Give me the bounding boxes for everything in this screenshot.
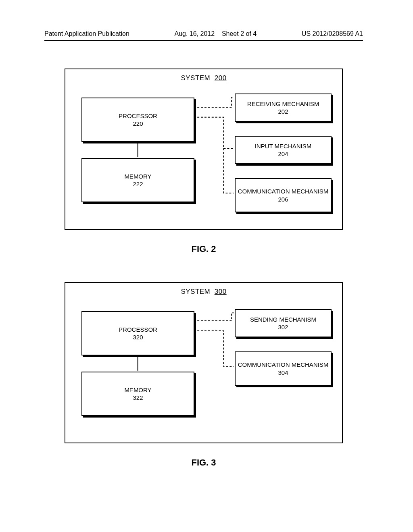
input-mechanism-204: INPUT MECHANISM 204: [235, 136, 332, 164]
header-sheet: Sheet 2 of 4: [222, 30, 257, 37]
memory-num: 322: [133, 394, 143, 402]
header-right: US 2012/0208569 A1: [302, 30, 363, 37]
recv-num: 202: [278, 108, 288, 116]
comm-num: 304: [278, 369, 288, 377]
communication-mechanism-304: COMMUNICATION MECHANISM 304: [235, 351, 332, 386]
header-mid: Aug. 16, 2012 Sheet 2 of 4: [174, 30, 257, 37]
system-num: 200: [215, 74, 227, 82]
comm-num: 206: [278, 195, 288, 204]
processor-num: 220: [133, 120, 143, 128]
memory-label: MEMORY: [124, 172, 151, 181]
system-num: 300: [215, 288, 227, 295]
processor-label: PROCESSOR: [119, 326, 157, 334]
system-300-title: SYSTEM 300: [65, 288, 342, 296]
receiving-mechanism-202: RECEIVING MECHANISM 202: [235, 94, 332, 122]
header-date: Aug. 16, 2012: [174, 30, 215, 37]
send-label: SENDING MECHANISM: [250, 316, 316, 324]
input-num: 204: [278, 150, 288, 158]
send-num: 302: [278, 323, 288, 331]
page-header: Patent Application Publication Aug. 16, …: [44, 30, 363, 37]
header-rule: [44, 40, 363, 41]
communication-mechanism-206: COMMUNICATION MECHANISM 206: [235, 178, 332, 212]
figure-2: SYSTEM 200 PROCESSOR 220 MEMORY 222 RECE…: [65, 69, 343, 254]
figure-2-caption: FIG. 2: [65, 244, 343, 254]
processor-label: PROCESSOR: [119, 112, 157, 120]
system-300-frame: SYSTEM 300 PROCESSOR 320 MEMORY 322 SEND…: [65, 282, 343, 443]
figure-3-caption: FIG. 3: [65, 457, 343, 468]
input-label: INPUT MECHANISM: [255, 142, 312, 150]
processor-num: 320: [133, 333, 143, 341]
sending-mechanism-302: SENDING MECHANISM 302: [235, 309, 332, 337]
figure-3: SYSTEM 300 PROCESSOR 320 MEMORY 322 SEND…: [65, 282, 343, 468]
processor-220: PROCESSOR 220: [81, 98, 194, 142]
system-label: SYSTEM: [181, 288, 210, 295]
memory-label: MEMORY: [124, 386, 151, 394]
processor-320: PROCESSOR 320: [81, 311, 194, 355]
header-left: Patent Application Publication: [44, 30, 129, 37]
recv-label: RECEIVING MECHANISM: [247, 100, 319, 108]
memory-222: MEMORY 222: [81, 158, 194, 202]
comm-label-line1: COMMUNICATION MECHANISM: [238, 187, 329, 195]
memory-322: MEMORY 322: [81, 372, 194, 416]
system-200-frame: SYSTEM 200 PROCESSOR 220 MEMORY 222 RECE…: [65, 69, 343, 230]
comm-label: COMMUNICATION MECHANISM: [238, 361, 329, 369]
memory-num: 222: [133, 180, 143, 188]
system-200-title: SYSTEM 200: [65, 74, 342, 82]
system-label: SYSTEM: [181, 74, 210, 82]
